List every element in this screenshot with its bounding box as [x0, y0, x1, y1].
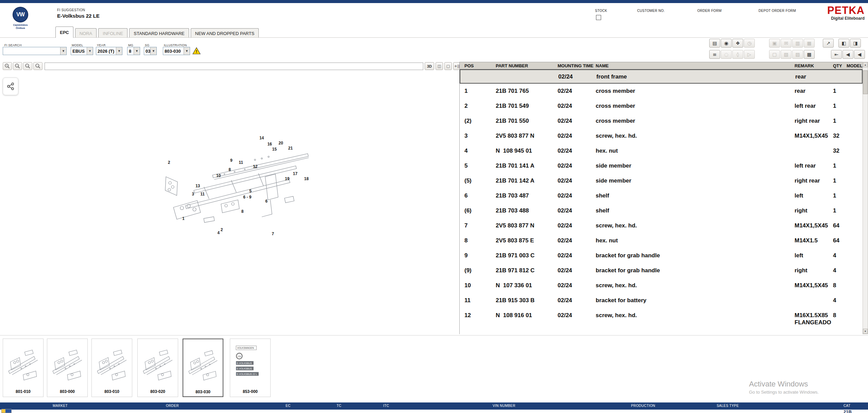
- part-row[interactable]: 521B 701 141 A02/24side memberleft rear1: [460, 158, 863, 173]
- thumbnail-strip-divider: [0, 335, 868, 335]
- tab-standard-hardware[interactable]: STANDARD HARDWARE: [129, 28, 189, 38]
- thumbnail-853-000[interactable]: VOLKSWAGEN VW E-VOLKSBUS E-VOLKSBUS E-VO…: [230, 339, 271, 397]
- callout-2[interactable]: 2: [221, 227, 223, 232]
- thumbnail-803-010[interactable]: 803-010: [91, 339, 132, 397]
- part-row[interactable]: 121B 701 76502/24cross memberrear1: [460, 84, 863, 99]
- window-icon[interactable]: ▢: [444, 62, 452, 70]
- zoom-out-icon[interactable]: −: [13, 62, 22, 70]
- part-row[interactable]: (9)21B 971 812 C02/24bracket for grab ha…: [460, 263, 863, 278]
- zoom-in-icon[interactable]: +: [3, 62, 12, 70]
- callout-12[interactable]: 12: [253, 164, 257, 169]
- viewer-title-field[interactable]: [45, 63, 423, 70]
- part-row[interactable]: 1321B 915 300 C02/24bracket: [460, 330, 863, 334]
- thumbnail-803-020[interactable]: 803-020: [137, 339, 178, 397]
- callout-18[interactable]: 18: [304, 176, 309, 181]
- layers-icon[interactable]: ◫: [436, 62, 443, 70]
- stamp-icon[interactable]: ◉: [721, 39, 732, 48]
- callout-10[interactable]: 10: [216, 173, 221, 178]
- scrollbar-thumb[interactable]: [863, 70, 868, 94]
- zoom-window-icon[interactable]: ▫: [23, 62, 32, 70]
- callout-4[interactable]: 4: [217, 230, 220, 235]
- cell-qty: 32: [830, 143, 844, 158]
- callout-9[interactable]: 9: [230, 158, 233, 163]
- tab-new-and-dropped-parts[interactable]: NEW AND DROPPED PARTS: [191, 28, 259, 38]
- callout-8[interactable]: 8: [228, 167, 231, 172]
- top-accent-bar: [0, 0, 868, 3]
- callout-6-9[interactable]: 6 - 9: [243, 195, 251, 200]
- cell-name: screw, hex. hd.: [593, 278, 792, 293]
- part-row[interactable]: 12N 108 916 0102/24screw, hex. hd.M16X1.…: [460, 308, 863, 330]
- callout-7[interactable]: 7: [272, 231, 274, 236]
- year-select[interactable]: 2026 (T) ▼: [96, 47, 122, 55]
- zoom-fit-icon[interactable]: [33, 62, 42, 70]
- part-row[interactable]: 1121B 915 303 B02/24bracket for battery4: [460, 293, 863, 308]
- part-row[interactable]: (2)21B 701 55002/24cross memberright rea…: [460, 114, 863, 128]
- cell-time: 02/24: [555, 218, 593, 233]
- callout-15[interactable]: 15: [272, 147, 277, 152]
- callout-8[interactable]: 8: [241, 209, 244, 214]
- three-d-button[interactable]: 3D: [425, 62, 434, 70]
- callout-13[interactable]: 13: [195, 184, 200, 188]
- chevron-down-icon[interactable]: ▼: [60, 47, 66, 55]
- chevron-down-icon[interactable]: ▼: [116, 47, 122, 55]
- part-row[interactable]: 921B 971 003 C02/24bracket for grab hand…: [460, 248, 863, 263]
- callout-11[interactable]: 11: [239, 160, 243, 165]
- share-button[interactable]: [3, 78, 18, 95]
- next-illustration-icon[interactable]: ◨: [850, 39, 861, 48]
- table-scrollbar[interactable]: ▲ ▼: [863, 62, 868, 334]
- callout-2[interactable]: 2: [168, 160, 170, 165]
- selected-part-row[interactable]: 02/24front framerear: [460, 69, 863, 84]
- part-row[interactable]: 221B 701 54902/24cross memberleft rear1: [460, 99, 863, 114]
- print-icon[interactable]: ▤: [709, 39, 720, 48]
- cell-qty: 1: [830, 203, 844, 218]
- callout-17[interactable]: 17: [293, 171, 297, 176]
- scroll-up-icon[interactable]: ▲: [863, 62, 868, 67]
- order-form-label: ORDER FORM: [697, 9, 721, 13]
- illustration-select[interactable]: 803-030 ▼: [163, 47, 190, 55]
- chevron-down-icon[interactable]: ▼: [150, 47, 156, 55]
- callout-3[interactable]: 3: [192, 192, 194, 196]
- callout-21[interactable]: 21: [288, 146, 293, 151]
- part-row[interactable]: 4N 108 945 0102/24hex. nut32: [460, 143, 863, 158]
- prev2-record-icon[interactable]: ◀: [854, 50, 865, 59]
- chevron-down-icon[interactable]: ▼: [87, 47, 93, 55]
- part-row[interactable]: 621B 703 48702/24shelfleft1: [460, 188, 863, 203]
- stock-checkbox[interactable]: [596, 15, 601, 20]
- model-select[interactable]: EBUS ▼: [71, 47, 93, 55]
- first-record-icon[interactable]: ⇤: [831, 50, 842, 59]
- prev-record-icon[interactable]: ◀: [843, 50, 853, 59]
- pin-icon[interactable]: ↗: [823, 39, 834, 48]
- callout-5[interactable]: 5: [249, 189, 252, 193]
- fi-search-input[interactable]: ▼: [3, 47, 67, 55]
- thumbnail-803-000[interactable]: 803-000: [47, 339, 88, 397]
- chevron-down-icon[interactable]: ▼: [134, 47, 140, 55]
- callout-19[interactable]: 19: [285, 176, 289, 181]
- part-row[interactable]: 82V5 803 875 E02/24hex. nutM14X1.564: [460, 233, 863, 248]
- part-row[interactable]: 32V5 803 877 N02/24screw, hex. hd.M14X1,…: [460, 128, 863, 143]
- prev-illustration-icon[interactable]: ◧: [838, 39, 849, 48]
- part-row[interactable]: (6)21B 703 48802/24shelfright1: [460, 203, 863, 218]
- callout-16[interactable]: 16: [267, 142, 272, 147]
- part-row[interactable]: 72V5 803 877 N02/24screw, hex. hd.M14X1,…: [460, 218, 863, 233]
- cell-time: 02/24: [555, 330, 593, 334]
- thumbnail-801-010[interactable]: 801-010: [3, 339, 44, 397]
- exploded-diagram[interactable]: 14162015212911128101331117191856 - 96812…: [153, 136, 313, 238]
- thumbnail-803-030[interactable]: 803-030: [183, 339, 223, 397]
- callout-6[interactable]: 6: [265, 199, 268, 204]
- scroll-down-icon[interactable]: ▼: [863, 329, 868, 334]
- callout-1[interactable]: 1: [182, 216, 185, 221]
- chevron-down-icon[interactable]: ▼: [184, 47, 190, 55]
- callout-14[interactable]: 14: [259, 136, 264, 140]
- part-row[interactable]: 10N 107 336 0102/24screw, hex. hd.M14X1,…: [460, 278, 863, 293]
- callout-11[interactable]: 11: [200, 192, 205, 196]
- cart-icon[interactable]: ▩: [804, 50, 815, 59]
- grid-icon: ▦: [804, 39, 815, 48]
- mg-select[interactable]: 8 ▼: [127, 47, 140, 55]
- callout-20[interactable]: 20: [278, 141, 283, 145]
- part-row[interactable]: (5)21B 701 142 A02/24side memberright re…: [460, 173, 863, 188]
- cell-part: 21B 701 549: [493, 99, 555, 114]
- tab-epc[interactable]: EPC: [55, 27, 73, 38]
- sg-select[interactable]: 03 ▼: [144, 47, 157, 55]
- list-view-icon[interactable]: ≡: [709, 50, 720, 59]
- palette-icon[interactable]: ❖: [732, 39, 743, 48]
